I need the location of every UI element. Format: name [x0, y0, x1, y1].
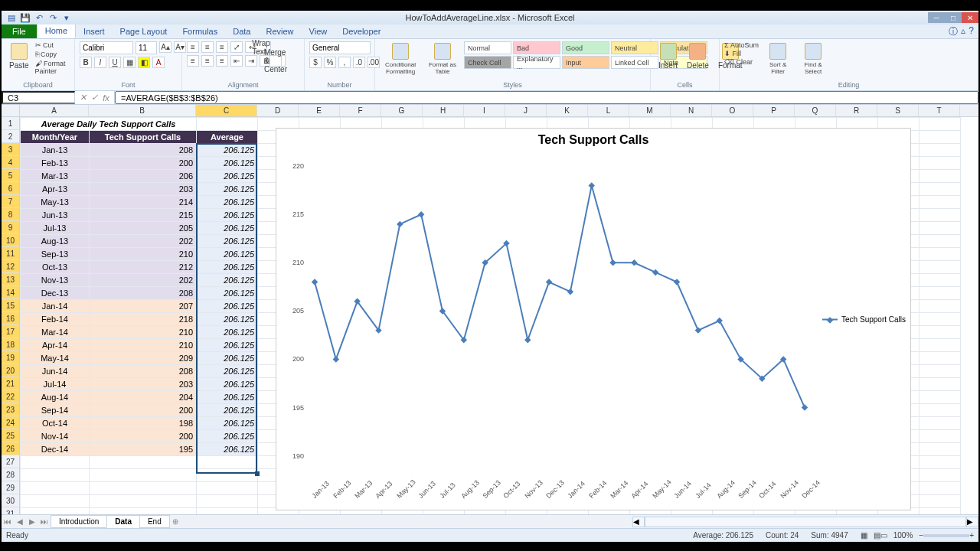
cell-A25[interactable]: Nov-14 — [21, 430, 90, 443]
align-left-icon[interactable]: ≡ — [187, 55, 199, 67]
cell-T28[interactable] — [920, 469, 961, 482]
cell-B6[interactable]: 203 — [90, 183, 197, 196]
row-header-28[interactable]: 28 — [2, 468, 19, 481]
cell-T4[interactable] — [920, 157, 961, 170]
cell-C23[interactable]: 206.125 — [197, 404, 258, 417]
cell-C7[interactable]: 206.125 — [197, 196, 258, 209]
col-header-J[interactable]: J — [505, 105, 547, 116]
row-header-23[interactable]: 23 — [2, 403, 19, 416]
cell-B17[interactable]: 210 — [90, 326, 197, 339]
cell-C22[interactable]: 206.125 — [197, 391, 258, 404]
bold-button[interactable]: B — [80, 57, 92, 68]
row-header-8[interactable]: 8 — [2, 208, 19, 221]
cell-B23[interactable]: 200 — [90, 404, 197, 417]
cell-C1[interactable] — [197, 118, 258, 131]
row-header-19[interactable]: 19 — [2, 351, 19, 364]
conditional-formatting-button[interactable]: Conditional Formatting — [380, 41, 421, 77]
cell-C26[interactable]: 206.125 — [197, 443, 258, 456]
cell-T18[interactable] — [920, 339, 961, 352]
row-header-24[interactable]: 24 — [2, 416, 19, 429]
row-header-10[interactable]: 10 — [2, 234, 19, 247]
ribbon-tab-review[interactable]: Review — [258, 24, 301, 38]
row-header-30[interactable]: 30 — [2, 494, 19, 507]
cell-style-check-cell[interactable]: Check Cell — [464, 56, 511, 69]
cell-T24[interactable] — [920, 417, 961, 430]
cell-A15[interactable]: Jan-14 — [21, 300, 90, 313]
underline-button[interactable]: U — [109, 57, 121, 68]
sheet-tab-end[interactable]: End — [139, 515, 170, 528]
cell-T19[interactable] — [920, 352, 961, 365]
ribbon-tab-developer[interactable]: Developer — [335, 24, 388, 38]
border-button[interactable]: ▦ — [123, 57, 136, 68]
cell-style-bad[interactable]: Bad — [513, 41, 560, 54]
cell-B25[interactable]: 200 — [90, 430, 197, 443]
row-header-29[interactable]: 29 — [2, 481, 19, 494]
row-header-21[interactable]: 21 — [2, 377, 19, 390]
cell-T17[interactable] — [920, 326, 961, 339]
format-painter-button[interactable]: 🖌 Format Painter — [35, 60, 70, 75]
cell-C27[interactable] — [197, 456, 258, 469]
cell-C8[interactable]: 206.125 — [197, 209, 258, 222]
cell-C4[interactable]: 206.125 — [197, 157, 258, 170]
insert-cells-button[interactable]: Insert — [655, 41, 681, 71]
row-header-25[interactable]: 25 — [2, 429, 19, 442]
cell-T27[interactable] — [920, 456, 961, 469]
row-header-15[interactable]: 15 — [2, 299, 19, 312]
cell-B16[interactable]: 218 — [90, 313, 197, 326]
cell-C9[interactable]: 206.125 — [197, 222, 258, 235]
cell-T12[interactable] — [920, 261, 961, 274]
increase-font-icon[interactable]: A▴ — [159, 41, 172, 53]
cell-T16[interactable] — [920, 313, 961, 326]
cell-T2[interactable] — [920, 131, 961, 144]
cut-button[interactable]: ✂ Cut — [35, 41, 70, 49]
sheet-tab-data[interactable]: Data — [106, 515, 140, 528]
cell-T3[interactable] — [920, 144, 961, 157]
col-header-O[interactable]: O — [712, 105, 753, 116]
close-button[interactable]: ✕ — [962, 12, 978, 23]
cell-B8[interactable]: 215 — [90, 209, 197, 222]
col-header-B[interactable]: B — [89, 105, 196, 116]
select-all-corner[interactable] — [2, 105, 20, 116]
qat-more-icon[interactable]: ▾ — [61, 12, 72, 23]
row-header-17[interactable]: 17 — [2, 325, 19, 338]
row-header-22[interactable]: 22 — [2, 390, 19, 403]
cell-C17[interactable]: 206.125 — [197, 326, 258, 339]
cell-A7[interactable]: May-13 — [21, 196, 90, 209]
col-header-L[interactable]: L — [588, 105, 629, 116]
row-header-18[interactable]: 18 — [2, 338, 19, 351]
name-box[interactable] — [2, 91, 75, 104]
col-header-T[interactable]: T — [919, 105, 960, 116]
cell-C6[interactable]: 206.125 — [197, 183, 258, 196]
cell-B27[interactable] — [90, 456, 197, 469]
cell-A30[interactable] — [21, 495, 90, 508]
cell-A17[interactable]: Mar-14 — [21, 326, 90, 339]
cell-T29[interactable] — [920, 482, 961, 495]
cell-T31[interactable] — [920, 508, 961, 515]
cell-T1[interactable] — [920, 118, 961, 131]
row-header-20[interactable]: 20 — [2, 364, 19, 377]
cell-C11[interactable]: 206.125 — [197, 248, 258, 261]
sheet-nav-first-icon[interactable]: ⏮ — [2, 517, 14, 526]
align-bottom-icon[interactable]: ≡ — [216, 41, 228, 53]
cell-C10[interactable]: 206.125 — [197, 235, 258, 248]
redo-icon[interactable]: ↷ — [47, 12, 58, 23]
new-sheet-icon[interactable]: ⊕ — [169, 517, 181, 526]
font-name-select[interactable] — [80, 41, 133, 54]
row-header-3[interactable]: 3 — [2, 143, 19, 156]
cell-T25[interactable] — [920, 430, 961, 443]
row-header-1[interactable]: 1 — [2, 117, 19, 130]
ribbon-min-icon[interactable]: ▵ — [961, 25, 965, 38]
cell-T6[interactable] — [920, 183, 961, 196]
cell-style-explanatory-[interactable]: Explanatory ... — [513, 56, 560, 69]
sheet-tab-introduction[interactable]: Introduction — [51, 515, 107, 528]
col-header-H[interactable]: H — [423, 105, 464, 116]
cell-B12[interactable]: 212 — [90, 261, 197, 274]
col-header-D[interactable]: D — [257, 105, 299, 116]
cell-style-normal[interactable]: Normal — [464, 41, 511, 54]
cell-B11[interactable]: 210 — [90, 248, 197, 261]
align-right-icon[interactable]: ≡ — [216, 55, 228, 67]
cell-A24[interactable]: Oct-14 — [21, 417, 90, 430]
hscroll-right-icon[interactable]: ▶ — [966, 517, 978, 527]
cell-C14[interactable]: 206.125 — [197, 287, 258, 300]
zoom-slider[interactable] — [923, 534, 969, 537]
